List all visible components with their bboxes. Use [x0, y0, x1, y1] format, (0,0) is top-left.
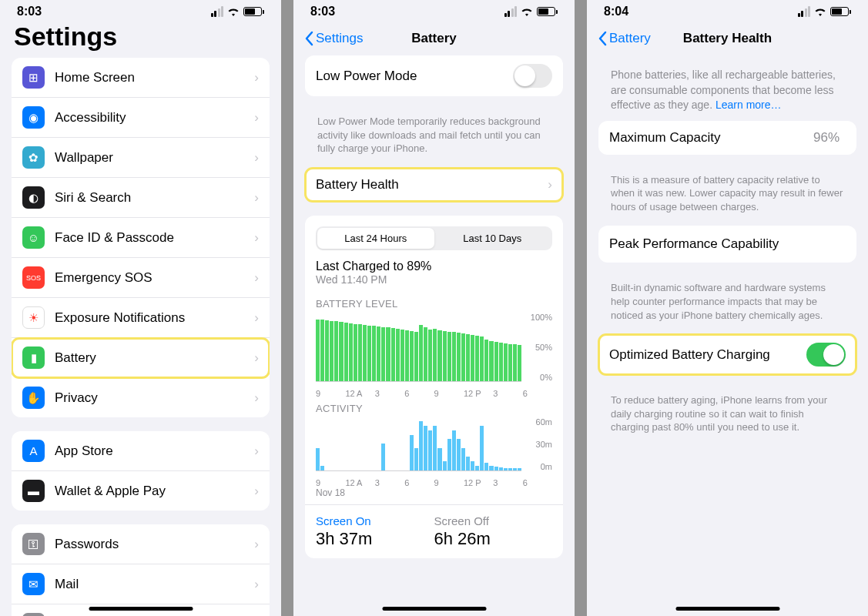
settings-row-mail[interactable]: ✉Mail›: [12, 564, 270, 604]
max-capacity-row: Maximum Capacity 96%: [598, 121, 856, 155]
settings-row-privacy[interactable]: ✋Privacy›: [12, 378, 270, 417]
activity-label: ACTIVITY: [305, 398, 563, 416]
wifi-icon: [814, 7, 826, 16]
battery-health-screen: 8:04 Battery Battery Health Phone batter…: [587, 0, 868, 616]
chevron-right-icon: ›: [254, 577, 259, 592]
peak-desc: Built-in dynamic software and hardware s…: [598, 276, 856, 334]
learn-more-link[interactable]: Learn more…: [716, 99, 782, 111]
back-button[interactable]: Settings: [304, 31, 363, 46]
settings-screen: 8:03 Settings ⊞Home Screen›◉Accessibilit…: [0, 0, 281, 616]
siri-icon: ◐: [22, 186, 45, 209]
statusbar: 8:03: [0, 0, 281, 22]
contacts-icon: ☷: [22, 613, 45, 616]
battery-status-icon: [243, 7, 264, 16]
low-power-mode-toggle[interactable]: [513, 64, 552, 88]
settings-row-accessibility[interactable]: ◉Accessibility›: [12, 98, 270, 138]
home-screen-icon: ⊞: [22, 66, 45, 89]
settings-row-home-screen[interactable]: ⊞Home Screen›: [12, 58, 270, 98]
settings-row-wallet-apple-pay[interactable]: ▬Wallet & Apple Pay›: [12, 471, 270, 511]
settings-row-passwords[interactable]: ⚿Passwords›: [12, 524, 270, 564]
optimized-charging-row[interactable]: Optimized Battery Charging: [598, 334, 856, 375]
wallpaper-icon: ✿: [22, 146, 45, 169]
battery-level-label: BATTERY LEVEL: [305, 293, 563, 311]
peak-perf-group: Peak Performance Capability: [598, 226, 856, 263]
exposure-icon: ☀: [22, 306, 45, 329]
seg-24h[interactable]: Last 24 Hours: [317, 228, 434, 249]
signal-icon: [504, 6, 518, 17]
privacy-icon: ✋: [22, 387, 45, 409]
settings-row-exposure-notifications[interactable]: ☀Exposure Notifications›: [12, 298, 270, 338]
chevron-right-icon: ›: [254, 190, 259, 206]
battery-level-chart: 100%50%0%: [305, 311, 563, 387]
activity-chart: 60m30m0m: [305, 416, 563, 476]
back-button[interactable]: Battery: [598, 31, 651, 46]
chevron-right-icon: ›: [254, 537, 259, 552]
chevron-right-icon: ›: [254, 444, 259, 459]
battery-status-icon: [830, 7, 851, 16]
x-axis: 912 A36912 P36: [305, 476, 563, 487]
battery-icon: ▮: [22, 346, 45, 369]
chart-date: Nov 18: [305, 487, 563, 504]
row-label: Battery Health: [316, 177, 548, 192]
mail-icon: ✉: [22, 573, 45, 595]
time: 8:04: [604, 5, 628, 18]
wifi-icon: [227, 7, 240, 16]
seg-10d[interactable]: Last 10 Days: [434, 228, 551, 249]
battery-status-icon: [537, 7, 558, 16]
optimized-charging-group: Optimized Battery Charging: [598, 334, 856, 375]
page-title: Settings: [0, 22, 281, 58]
chevron-right-icon: ›: [254, 70, 259, 85]
wallet-icon: ▬: [22, 480, 45, 502]
chevron-right-icon: ›: [254, 270, 259, 286]
battery-health-group: Battery Health ›: [305, 168, 563, 202]
chevron-right-icon: ›: [254, 150, 259, 166]
chevron-right-icon: ›: [254, 390, 259, 406]
low-power-mode-row[interactable]: Low Power Mode: [305, 55, 563, 96]
usage-group: Last 24 Hours Last 10 Days Last Charged …: [305, 216, 563, 558]
wifi-icon: [521, 7, 533, 16]
battery-screen: 8:03 Settings Battery Low Power Mode Low…: [293, 0, 575, 616]
chevron-right-icon: ›: [254, 230, 259, 246]
chevron-right-icon: ›: [254, 310, 259, 326]
navbar: Settings Battery: [293, 22, 575, 55]
max-desc: This is a measure of battery capacity re…: [598, 169, 856, 226]
last-charged: Last Charged to 89% Wed 11:40 PM: [305, 256, 563, 293]
battery-health-row[interactable]: Battery Health ›: [305, 168, 563, 202]
chevron-right-icon: ›: [254, 350, 259, 366]
sos-icon: SOS: [22, 266, 45, 289]
settings-row-wallpaper[interactable]: ✿Wallpaper›: [12, 138, 270, 178]
screen-off-stat: Screen Off6h 26m: [434, 514, 553, 549]
home-indicator[interactable]: [89, 607, 193, 611]
chevron-right-icon: ›: [254, 484, 259, 499]
peak-perf-label: Peak Performance Capability: [598, 226, 856, 263]
time: 8:03: [17, 5, 42, 18]
x-axis: 912 A36912 P36: [305, 387, 563, 398]
settings-row-battery[interactable]: ▮Battery›: [12, 338, 270, 378]
settings-list[interactable]: ⊞Home Screen›◉Accessibility›✿Wallpaper›◐…: [0, 58, 281, 616]
settings-row-emergency-sos[interactable]: SOSEmergency SOS›: [12, 258, 270, 298]
opt-desc: To reduce battery aging, iPhone learns f…: [598, 389, 856, 447]
row-label: Low Power Mode: [316, 69, 513, 84]
max-capacity-value: 96%: [813, 130, 840, 146]
accessibility-icon: ◉: [22, 106, 45, 129]
intro-text: Phone batteries, like all rechargeable b…: [598, 55, 856, 121]
appstore-icon: A: [22, 440, 45, 462]
time: 8:03: [310, 5, 335, 18]
statusbar: 8:04: [587, 0, 868, 22]
settings-row-face-id-passcode[interactable]: ☺Face ID & Passcode›: [12, 218, 270, 258]
faceid-icon: ☺: [22, 226, 45, 249]
settings-row-siri-search[interactable]: ◐Siri & Search›: [12, 178, 270, 218]
status-icons: [211, 6, 265, 17]
navbar: Battery Battery Health: [587, 22, 868, 55]
screen-on-stat: Screen On3h 37m: [316, 514, 434, 549]
optimized-charging-toggle[interactable]: [806, 343, 846, 367]
passwords-icon: ⚿: [22, 533, 45, 555]
home-indicator[interactable]: [675, 607, 779, 611]
home-indicator[interactable]: [382, 607, 486, 611]
screen-stats: Screen On3h 37m Screen Off6h 26m: [305, 504, 563, 558]
settings-row-app-store[interactable]: AApp Store›: [12, 431, 270, 471]
statusbar: 8:03: [293, 0, 575, 22]
low-power-mode-group: Low Power Mode: [305, 55, 563, 96]
signal-icon: [798, 6, 811, 17]
time-range-segment[interactable]: Last 24 Hours Last 10 Days: [316, 226, 552, 250]
